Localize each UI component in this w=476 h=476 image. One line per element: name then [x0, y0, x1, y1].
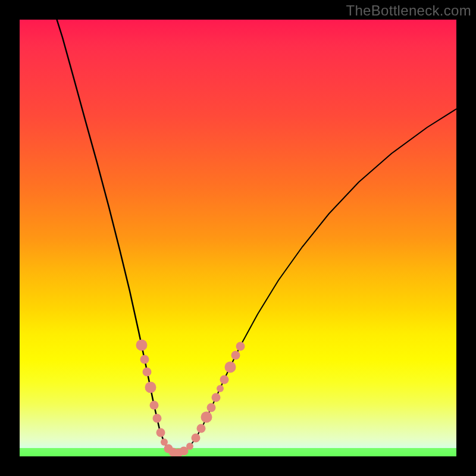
marker-dot	[236, 342, 245, 351]
marker-dot	[192, 434, 201, 443]
marker-dot	[197, 424, 206, 433]
watermark-text: TheBottleneck.com	[346, 2, 471, 19]
chart-frame: TheBottleneck.com	[0, 0, 476, 476]
marker-dot	[150, 401, 159, 410]
curve-svg	[20, 20, 456, 456]
marker-dot	[186, 443, 193, 450]
marker-dot	[231, 351, 240, 360]
marker-dot	[212, 393, 221, 402]
marker-dot	[220, 375, 229, 384]
marker-dot	[140, 355, 149, 364]
plot-area	[20, 20, 456, 456]
marker-dot	[207, 403, 216, 412]
marker-dot	[156, 428, 165, 437]
marker-dot	[217, 385, 224, 392]
marker-dot	[145, 382, 156, 393]
marker-dot	[136, 340, 148, 351]
marker-dot	[225, 362, 236, 373]
marker-dot	[143, 368, 152, 377]
curve-left	[56, 20, 174, 453]
marker-dot	[153, 414, 162, 423]
marker-dot	[201, 412, 212, 423]
